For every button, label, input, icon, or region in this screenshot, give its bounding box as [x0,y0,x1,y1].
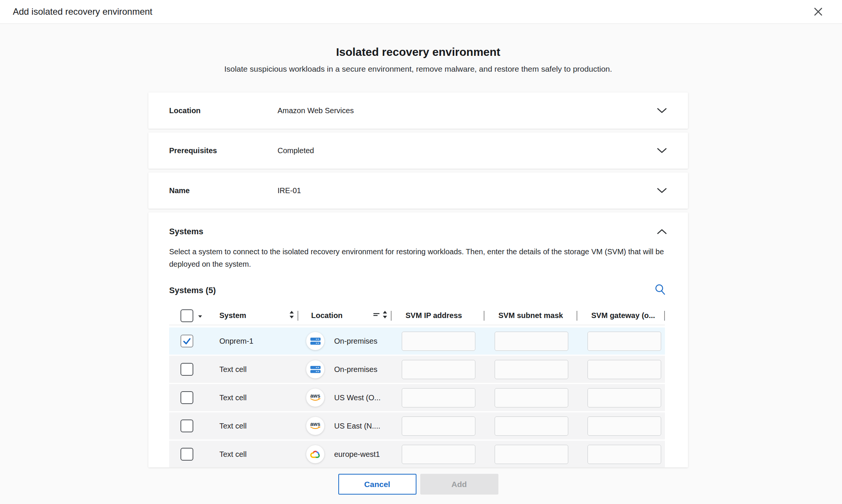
column-divider [664,311,665,321]
accordion-location[interactable]: Location Amazon Web Services [148,92,688,129]
accordion-systems[interactable]: Systems [169,227,667,237]
add-button[interactable]: Add [420,474,498,495]
systems-count-title: Systems (5) [169,286,216,295]
system-cell-label: Text cell [219,393,247,402]
row-checkbox[interactable] [180,363,193,376]
dialog-footer: Cancel Add [148,474,688,495]
search-icon [654,292,666,297]
system-cell-label: Text cell [219,422,247,430]
svm-subnet-input[interactable] [495,416,568,436]
close-icon [813,6,824,18]
systems-description: Select a system to connect to the isolat… [169,246,667,270]
column-header-svm-subnet: SVM subnet mask [498,311,563,320]
page-title: Isolated recovery environment [148,46,688,58]
select-all-checkbox[interactable] [180,309,193,322]
svm-gateway-input[interactable] [588,332,661,351]
systems-table-header: System Location [169,306,665,325]
location-cell-label: europe-west1 [334,450,380,459]
svm-gateway-input[interactable] [588,388,661,407]
select-menu-caret-icon[interactable] [198,311,202,320]
row-checkbox[interactable] [180,419,193,432]
svm-gateway-input[interactable] [588,445,661,464]
on-premises-icon [306,332,324,350]
dialog-title: Add isolated recovery environment [13,6,153,17]
accordion-value: Completed [278,146,657,155]
chevron-up-icon [657,229,667,235]
accordion-label: Location [169,106,278,115]
close-button[interactable] [811,5,825,19]
system-cell-label: Text cell [219,365,247,373]
column-header-system: System [219,311,246,320]
on-premises-icon [306,360,324,378]
column-header-svm-gateway: SVM gateway (o... [591,311,655,320]
svm-ip-input[interactable] [402,416,475,436]
svm-gateway-input[interactable] [588,416,661,436]
svg-text:aws: aws [310,393,321,399]
table-row[interactable]: Onprem-1 aws [169,327,665,355]
accordion-name[interactable]: Name IRE-01 [148,172,688,209]
filter-icon[interactable] [373,311,380,320]
svm-gateway-input[interactable] [588,360,661,379]
accordion-value: Amazon Web Services [278,106,657,115]
system-cell-label: Text cell [219,450,247,458]
svm-subnet-input[interactable] [495,332,568,351]
svm-ip-input[interactable] [402,360,475,379]
chevron-down-icon [657,148,667,154]
row-checkbox[interactable] [180,448,193,461]
systems-section: Systems Select a system to connect to th… [148,212,688,467]
column-header-location: Location [311,311,342,320]
table-row[interactable]: Text cell aws [169,356,665,383]
sort-icon[interactable] [289,310,295,321]
dialog-header: Add isolated recovery environment [0,0,842,24]
gcp-icon [306,445,324,463]
svm-subnet-input[interactable] [495,445,568,464]
location-cell-label: US West (O... [334,393,381,402]
system-cell-label: Onprem-1 [219,337,253,345]
svm-ip-input[interactable] [402,388,475,407]
svm-subnet-input[interactable] [495,388,568,407]
column-header-svm-ip: SVM IP address [406,311,462,320]
row-checkbox[interactable] [180,335,193,347]
accordion-label: Prerequisites [169,146,278,155]
accordion-label: Name [169,186,278,195]
svm-ip-input[interactable] [402,445,475,464]
sort-icon[interactable] [382,310,388,321]
chevron-down-icon [657,187,667,194]
aws-icon: aws [306,417,324,435]
svm-ip-input[interactable] [402,332,475,351]
systems-table-body: Onprem-1 aws [169,327,665,467]
accordion-prerequisites[interactable]: Prerequisites Completed [148,132,688,169]
dialog-body: Isolated recovery environment Isolate su… [148,24,688,495]
location-cell-label: US East (N.... [334,422,380,430]
svm-subnet-input[interactable] [495,360,568,379]
row-checkbox[interactable] [180,391,193,404]
systems-table: System Location [169,306,665,467]
table-row[interactable]: Text cell aws [169,412,665,439]
location-cell-label: On-premises [334,337,377,346]
search-button[interactable] [654,283,667,298]
location-cell-label: On-premises [334,365,377,374]
table-row[interactable]: Text cell aws [169,384,665,411]
systems-title: Systems [169,227,204,237]
chevron-down-icon [657,108,667,114]
table-row[interactable]: Text cell aws [169,441,665,467]
cancel-button[interactable]: Cancel [338,474,416,495]
aws-icon: aws [306,389,324,407]
accordion-value: IRE-01 [278,186,657,195]
svg-text:aws: aws [310,421,321,427]
page-subtitle: Isolate suspicious workloads in a secure… [148,65,688,74]
